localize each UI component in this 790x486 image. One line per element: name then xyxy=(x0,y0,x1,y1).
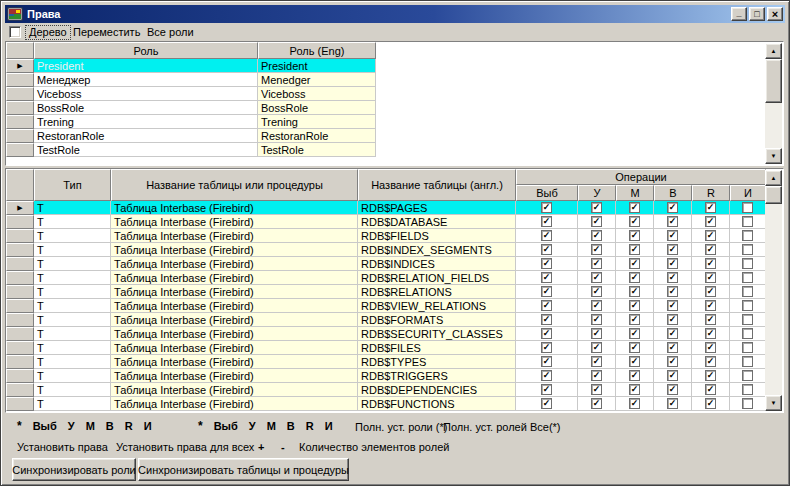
role-eng-cell[interactable]: BossRole xyxy=(258,101,376,115)
table-name-cell[interactable]: Таблица Interbase (Firebird) xyxy=(111,285,358,299)
role-cell[interactable]: President xyxy=(34,59,258,73)
op-checkbox-cell[interactable] xyxy=(730,383,766,397)
op-checkbox[interactable] xyxy=(742,230,753,241)
op-checkbox[interactable]: ✓ xyxy=(667,328,678,339)
op-label[interactable]: Выб xyxy=(33,420,57,432)
op-checkbox-cell[interactable]: ✓ xyxy=(654,257,692,271)
op-checkbox[interactable]: ✓ xyxy=(541,370,552,381)
type-cell[interactable]: T xyxy=(34,243,111,257)
op-checkbox[interactable]: ✓ xyxy=(541,286,552,297)
op-label[interactable]: R xyxy=(306,420,314,432)
op-checkbox-cell[interactable] xyxy=(730,257,766,271)
op-checkbox[interactable]: ✓ xyxy=(591,342,602,353)
op-checkbox[interactable]: ✓ xyxy=(705,258,716,269)
tables-row[interactable]: TТаблица Interbase (Firebird)RDB$INDEX_S… xyxy=(6,243,783,257)
tables-row[interactable]: TТаблица Interbase (Firebird)RDB$FUNCTIO… xyxy=(6,397,783,411)
op-checkbox-cell[interactable]: ✓ xyxy=(578,215,616,229)
tables-row[interactable]: ▶TТаблица Interbase (Firebird)RDB$PAGES✓… xyxy=(6,201,783,215)
op-checkbox[interactable]: ✓ xyxy=(629,314,640,325)
op-checkbox-cell[interactable] xyxy=(730,327,766,341)
table-name-cell[interactable]: Таблица Interbase (Firebird) xyxy=(111,313,358,327)
op-label[interactable]: М xyxy=(267,420,276,432)
type-cell[interactable]: T xyxy=(34,313,111,327)
table-name-cell[interactable]: Таблица Interbase (Firebird) xyxy=(111,299,358,313)
tables-row[interactable]: TТаблица Interbase (Firebird)RDB$FILES✓✓… xyxy=(6,341,783,355)
op-checkbox[interactable] xyxy=(742,216,753,227)
op-label[interactable]: У xyxy=(249,420,256,432)
op-checkbox[interactable]: ✓ xyxy=(705,370,716,381)
op-checkbox[interactable]: ✓ xyxy=(591,244,602,255)
op-label[interactable]: R xyxy=(125,420,133,432)
role-cell[interactable]: RestoranRole xyxy=(34,129,258,143)
op-checkbox-cell[interactable]: ✓ xyxy=(692,369,730,383)
op-checkbox[interactable]: ✓ xyxy=(541,342,552,353)
sync-tables-button[interactable]: Синхронизировать таблицы и процедуры xyxy=(138,458,349,481)
op-checkbox-cell[interactable]: ✓ xyxy=(692,383,730,397)
scroll-up-icon[interactable]: ▲ xyxy=(765,170,782,186)
table-name-eng-cell[interactable]: RDB$DATABASE xyxy=(358,215,516,229)
op-checkbox[interactable]: ✓ xyxy=(541,272,552,283)
op-checkbox-cell[interactable]: ✓ xyxy=(616,229,654,243)
tables-row[interactable]: TТаблица Interbase (Firebird)RDB$SECURIT… xyxy=(6,327,783,341)
type-cell[interactable]: T xyxy=(34,369,111,383)
op-checkbox-cell[interactable]: ✓ xyxy=(654,341,692,355)
op-checkbox-cell[interactable]: ✓ xyxy=(654,215,692,229)
op-label[interactable]: И xyxy=(144,420,152,432)
roles-row[interactable]: МенеджерMenedger xyxy=(6,73,783,87)
roles-row[interactable]: ▶PresidentPresident xyxy=(6,59,783,73)
op-checkbox[interactable]: ✓ xyxy=(591,216,602,227)
table-name-cell[interactable]: Таблица Interbase (Firebird) xyxy=(111,341,358,355)
op-checkbox-cell[interactable]: ✓ xyxy=(516,313,578,327)
op-checkbox[interactable]: ✓ xyxy=(705,356,716,367)
type-cell[interactable]: T xyxy=(34,355,111,369)
op-checkbox[interactable]: ✓ xyxy=(591,370,602,381)
op-checkbox[interactable]: ✓ xyxy=(591,314,602,325)
op-checkbox[interactable]: ✓ xyxy=(591,286,602,297)
op-checkbox[interactable]: ✓ xyxy=(541,244,552,255)
roles-row[interactable]: TreningTrening xyxy=(6,115,783,129)
op-checkbox-cell[interactable]: ✓ xyxy=(516,243,578,257)
op-checkbox-cell[interactable]: ✓ xyxy=(578,355,616,369)
move-label[interactable]: Переместить xyxy=(73,26,140,38)
table-name-eng-cell[interactable]: RDB$RELATION_FIELDS xyxy=(358,271,516,285)
op-checkbox-cell[interactable] xyxy=(730,201,766,215)
table-name-cell[interactable]: Таблица Interbase (Firebird) xyxy=(111,229,358,243)
table-name-cell[interactable]: Таблица Interbase (Firebird) xyxy=(111,327,358,341)
op-checkbox-cell[interactable]: ✓ xyxy=(516,327,578,341)
op-checkbox[interactable]: ✓ xyxy=(591,272,602,283)
op-checkbox[interactable]: ✓ xyxy=(629,398,640,409)
op-checkbox[interactable]: ✓ xyxy=(667,230,678,241)
op-label[interactable]: М xyxy=(86,420,95,432)
table-name-eng-cell[interactable]: RDB$FILES xyxy=(358,341,516,355)
op-checkbox-cell[interactable]: ✓ xyxy=(616,341,654,355)
op-checkbox[interactable]: ✓ xyxy=(591,384,602,395)
op-checkbox[interactable]: ✓ xyxy=(629,258,640,269)
type-cell[interactable]: T xyxy=(34,383,111,397)
op-checkbox[interactable]: ✓ xyxy=(667,258,678,269)
close-icon[interactable]: × xyxy=(767,7,783,21)
op-checkbox-cell[interactable]: ✓ xyxy=(654,369,692,383)
op-checkbox-cell[interactable]: ✓ xyxy=(578,299,616,313)
op-checkbox-cell[interactable]: ✓ xyxy=(692,271,730,285)
op-checkbox-cell[interactable]: ✓ xyxy=(692,229,730,243)
op-checkbox[interactable]: ✓ xyxy=(541,230,552,241)
set-rights-all-label[interactable]: Установить права для всех xyxy=(116,441,254,453)
tables-row[interactable]: TТаблица Interbase (Firebird)RDB$TRIGGER… xyxy=(6,369,783,383)
table-name-eng-cell[interactable]: RDB$INDEX_SEGMENTS xyxy=(358,243,516,257)
op-checkbox[interactable]: ✓ xyxy=(705,272,716,283)
role-cell[interactable]: Менеджер xyxy=(34,73,258,87)
op-checkbox-cell[interactable]: ✓ xyxy=(616,327,654,341)
op-checkbox[interactable]: ✓ xyxy=(629,328,640,339)
op-checkbox[interactable]: ✓ xyxy=(667,300,678,311)
type-cell[interactable]: T xyxy=(34,229,111,243)
plus-label[interactable]: + xyxy=(258,441,264,453)
op-checkbox-cell[interactable]: ✓ xyxy=(654,271,692,285)
table-name-cell[interactable]: Таблица Interbase (Firebird) xyxy=(111,369,358,383)
op-checkbox-cell[interactable]: ✓ xyxy=(692,243,730,257)
type-cell[interactable]: T xyxy=(34,341,111,355)
roles-row[interactable]: BossRoleBossRole xyxy=(6,101,783,115)
op-checkbox[interactable]: ✓ xyxy=(541,216,552,227)
op-checkbox-cell[interactable]: ✓ xyxy=(616,313,654,327)
op-checkbox[interactable] xyxy=(742,202,753,213)
op-checkbox[interactable]: ✓ xyxy=(705,342,716,353)
